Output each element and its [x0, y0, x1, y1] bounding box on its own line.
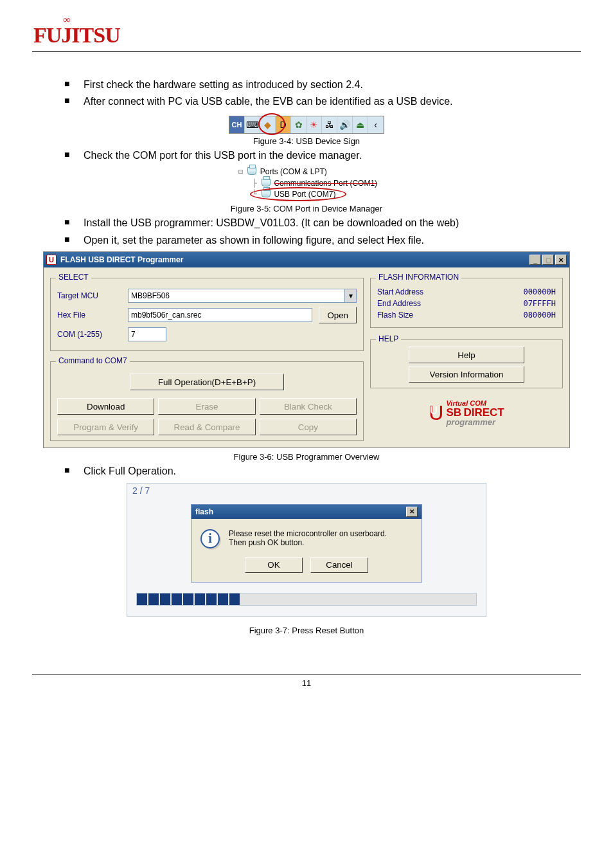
progress-counter: 2 / 7 — [132, 485, 150, 496]
flash-size-label: Flash Size — [377, 311, 413, 320]
figcap-3-4: Figure 3-4: USB Device Sign — [32, 136, 581, 146]
figcap-3-7: Figure 3-7: Press Reset Button — [32, 626, 581, 635]
info-icon: i — [200, 529, 220, 548]
tray-msn-icon: ✿ — [291, 116, 306, 133]
end-addr-value: 07FFFFH — [523, 299, 556, 308]
erase-button: Erase — [158, 398, 255, 415]
dialog-msg-line1: Please reset the microcontroller on user… — [229, 529, 387, 538]
maximize-button[interactable]: ▢ — [542, 255, 554, 265]
read-compare-button: Read & Compare — [158, 419, 255, 435]
command-group: Command to COM7 Full Operation(D+E+B+P) … — [50, 361, 364, 441]
copy-button: Copy — [260, 419, 357, 435]
flash-info-legend: FLASH INFORMATION — [376, 273, 461, 282]
blank-check-button: Blank Check — [260, 398, 357, 415]
bullet-check-com: Check the COM port for this USB port in … — [64, 149, 581, 163]
comm-port-node: Communications Port (COM1) — [274, 179, 377, 188]
version-info-button[interactable]: Version Information — [409, 366, 524, 383]
app-icon: U — [46, 255, 57, 265]
tray-volume-icon: 🔊 — [337, 116, 353, 133]
device-manager-snippet: ⊟ Ports (COM & LPT) ├ Communications Por… — [232, 165, 381, 201]
bullet-connect: After connect with PC via USB cable, the… — [64, 95, 581, 109]
bullet-open-params: Open it, set the parameter as shown in f… — [64, 233, 581, 248]
flash-info-group: FLASH INFORMATION Start Address000000H E… — [370, 278, 563, 328]
download-button[interactable]: Download — [57, 398, 154, 415]
system-tray: CH ⌨ ◆ D ✿ ☀ 🖧 🔊 ⏏ ‹ — [229, 116, 384, 134]
usb-direct-logo: UU Virtual COM SB DIRECT programmer — [370, 400, 563, 426]
figcap-3-5: Figure 3-5: COM Port in Device Manager — [32, 204, 581, 213]
start-addr-value: 000000H — [523, 287, 556, 296]
minimize-button[interactable]: _ — [529, 255, 541, 265]
tray-arrow-icon: ‹ — [368, 116, 384, 133]
command-legend: Command to COM7 — [56, 356, 130, 365]
dialog-close-button[interactable]: ✕ — [406, 507, 418, 517]
bullet-click-fullop: Click Full Operation. — [64, 464, 581, 478]
progress-window: 2 / 7 flash ✕ i Please reset the microco… — [127, 483, 486, 617]
bullet-hw-setting: First check the hardware setting as intr… — [64, 78, 581, 92]
highlight-ellipse-icon — [258, 113, 285, 135]
page-number: 11 — [302, 678, 311, 688]
help-group: HELP Help Version Information — [370, 339, 563, 388]
ports-node: Ports (COM & LPT) — [260, 167, 327, 176]
program-verify-button: Program & Verify — [57, 419, 154, 435]
cancel-button[interactable]: Cancel — [310, 557, 368, 573]
top-rule — [32, 51, 581, 52]
port-icon — [262, 179, 271, 186]
com-input[interactable] — [128, 327, 166, 341]
fujitsu-logo: FUJITSU — [33, 23, 581, 48]
progress-fill — [137, 593, 241, 605]
tray-ch-icon: CH — [229, 116, 245, 133]
ports-icon — [247, 167, 256, 175]
hex-file-label: Hex File — [57, 311, 121, 320]
help-legend: HELP — [376, 334, 401, 343]
tray-network-icon: 🖧 — [322, 116, 337, 133]
dialog-title: flash — [195, 507, 213, 516]
flash-size-value: 080000H — [523, 311, 556, 320]
flash-dialog: flash ✕ i Please reset the microcontroll… — [191, 504, 422, 583]
highlight-ellipse-icon — [250, 187, 346, 201]
tray-sound-icon: ☀ — [306, 116, 322, 133]
hex-file-input[interactable] — [128, 308, 312, 322]
bullet-install: Install the USB programmer: USBDW_V01L03… — [64, 216, 581, 230]
target-mcu-select[interactable] — [128, 289, 345, 303]
window-title: FLASH USB DIRECT Programmer — [60, 255, 183, 264]
ok-button[interactable]: OK — [245, 557, 303, 573]
progress-bar — [136, 593, 477, 606]
select-group: SELECT Target MCU ▾ Hex File Open — [50, 278, 364, 351]
dialog-msg-line2: Then push OK button. — [229, 538, 387, 547]
tray-safely-remove-icon: ⏏ — [353, 116, 368, 133]
full-operation-button[interactable]: Full Operation(D+E+B+P) — [130, 374, 284, 390]
target-mcu-label: Target MCU — [57, 291, 121, 300]
select-legend: SELECT — [56, 273, 91, 282]
com-label: COM (1-255) — [57, 330, 121, 339]
figcap-3-6: Figure 3-6: USB Programmer Overview — [32, 452, 581, 462]
programmer-window: U FLASH USB DIRECT Programmer _ ▢ ✕ SELE… — [43, 251, 570, 448]
close-button[interactable]: ✕ — [555, 255, 567, 265]
chevron-down-icon[interactable]: ▾ — [345, 289, 357, 303]
open-button[interactable]: Open — [319, 307, 357, 323]
start-addr-label: Start Address — [377, 287, 423, 296]
end-addr-label: End Address — [377, 299, 421, 308]
help-button[interactable]: Help — [409, 347, 524, 363]
